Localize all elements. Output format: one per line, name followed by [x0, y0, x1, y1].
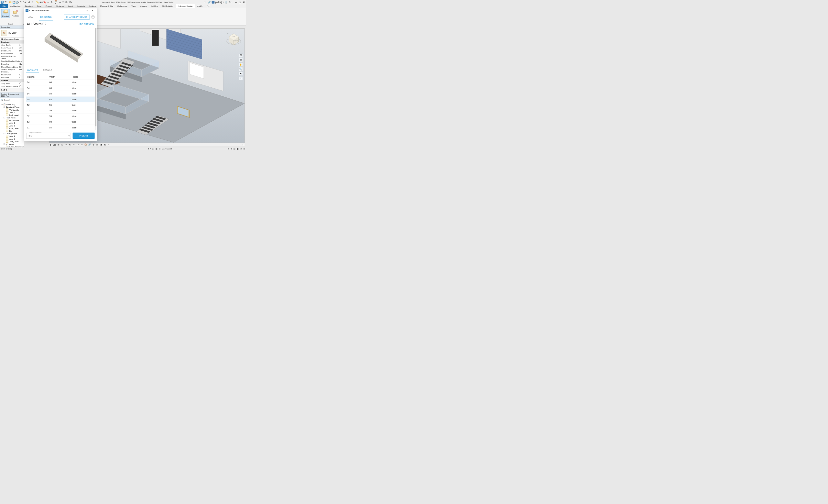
variant-row[interactable]: 9460false — [26, 85, 94, 91]
tree-ceiling-plans[interactable]: ⊟Ceiling Plans — [0, 132, 24, 135]
prop-hidden[interactable]: Show Hidden LinesBy — [0, 65, 24, 68]
browser-search[interactable]: 🔍 — [0, 98, 24, 102]
tree-item[interactable]: Level 2 — [0, 124, 24, 127]
prop-view-scale[interactable]: View Scale1 — [0, 44, 24, 47]
tree-item[interactable]: Roof_Level — [0, 140, 24, 143]
status-select-icon[interactable]: 🖱 ▾ — [148, 148, 151, 150]
sub-tab-details[interactable]: DETAILS — [42, 67, 53, 73]
variant-row[interactable]: 5255false — [26, 108, 94, 114]
prop-crop-view[interactable]: Crop View☐ — [0, 82, 24, 85]
dialog-scrollbar[interactable] — [95, 28, 96, 130]
text-icon[interactable]: A — [50, 0, 53, 4]
user-menu[interactable]: partonj ▾ — [212, 1, 223, 4]
tree-item[interactable]: Level 1 — [0, 122, 24, 124]
measure-icon[interactable]: 📏 — [36, 0, 39, 4]
sort-icon[interactable]: ⇅ — [1, 89, 2, 91]
prop-parts[interactable]: Parts VisibilitySh — [0, 52, 24, 55]
status-model-label[interactable]: Main Model — [162, 148, 172, 150]
status-filter-icon[interactable]: ▿0 — [243, 148, 245, 150]
representations-select[interactable]: BIM — [26, 133, 71, 139]
scale-label[interactable]: 1 : 100 — [50, 143, 56, 146]
sub-tab-variants[interactable]: VARIANTS — [26, 67, 39, 73]
sort2-icon[interactable]: ⇅ — [5, 89, 7, 91]
variant-row[interactable]: 5255true — [26, 102, 94, 108]
variant-row[interactable]: 5260false — [26, 119, 94, 125]
variant-row[interactable]: 5154false — [26, 125, 94, 130]
prop-vg[interactable]: Visibility/Graphics Overr... — [0, 55, 24, 59]
variant-row[interactable]: 6048false — [26, 97, 94, 102]
browser-search-input[interactable] — [3, 99, 24, 101]
prop-gdo[interactable]: Graphic Display Options — [0, 60, 24, 63]
property-type-selector[interactable]: 🏠 3D View — [0, 29, 24, 37]
tree-floor-plans[interactable]: ⊟Floor Plans — [0, 117, 24, 119]
tab-structure[interactable]: Structure — [23, 4, 35, 8]
tab-massing[interactable]: Massing & Site — [98, 4, 115, 8]
tree-item[interactable]: FFL Module — [0, 109, 24, 111]
tree-item[interactable]: Level 2 — [0, 137, 24, 140]
status-icon-b[interactable]: ⟲ — [231, 148, 232, 150]
vb-style-icon[interactable]: ◧ — [61, 143, 64, 146]
nav-more-icon[interactable]: ▾ — [239, 76, 243, 80]
insert-button[interactable]: INSERT — [73, 133, 94, 139]
vb-disp-icon[interactable]: ◩ — [104, 143, 107, 146]
menu-icon[interactable]: ☰ — [4, 0, 7, 4]
section-icon[interactable]: ◈ — [58, 0, 62, 4]
col-risers[interactable]: Risers — [72, 75, 94, 78]
print-icon[interactable]: 🖨 — [28, 0, 31, 4]
prop-sunpath[interactable]: Sun Path☐ — [0, 76, 24, 79]
status-icon-c[interactable]: ◫ — [234, 148, 235, 150]
variant-row[interactable]: 9455false — [26, 91, 94, 96]
home-icon[interactable]: 🏠▾ — [55, 0, 58, 4]
close-hidden-icon[interactable]: ▤▾ — [65, 0, 69, 4]
undo-icon[interactable]: ↶▾ — [19, 0, 23, 4]
vb-scroll-left-icon[interactable]: ◄ — [241, 143, 244, 146]
prop-crop-region[interactable]: Crop Region Visible☐ — [0, 85, 24, 88]
vb-grid-icon[interactable]: ♯ — [108, 143, 110, 146]
prop-grids[interactable]: Show Grids☐ — [0, 73, 24, 76]
minimize-icon[interactable]: — — [235, 0, 238, 4]
nav-orbit-icon[interactable]: ⟲ — [239, 72, 243, 76]
tab-new[interactable]: NEW — [26, 14, 35, 20]
tab-systems[interactable]: Systems — [54, 4, 66, 8]
tab-addins[interactable]: Add-Ins — [149, 4, 160, 8]
hide-preview-link[interactable]: HIDE PREVIEW — [78, 23, 94, 26]
tree-item[interactable]: FFL Module — [0, 119, 24, 122]
redo-icon[interactable]: ↷▾ — [23, 0, 26, 4]
sync-icon[interactable]: 🔄▾ — [16, 0, 19, 4]
product-button[interactable]: Product — [1, 9, 10, 18]
tree-item[interactable]: Roof_Level — [0, 114, 24, 117]
tab-extra-icon[interactable]: ▢▾ — [205, 4, 212, 8]
change-product-button[interactable]: CHANGE PRODUCT — [64, 14, 90, 19]
dim-icon[interactable]: ↔ — [46, 0, 50, 4]
tree-item[interactable]: Level 2 — [0, 111, 24, 114]
prop-analysis[interactable]: Default Analysis Display...No — [0, 68, 24, 73]
align-icon[interactable]: ≔▾ — [39, 0, 43, 4]
tree-item[interactable]: Level 1 — [0, 135, 24, 137]
col-height[interactable]: Height ↓ — [27, 75, 49, 78]
nav-zoom-icon[interactable]: 🔍 — [239, 67, 243, 71]
tab-analyze[interactable]: Analyze — [87, 4, 98, 8]
vb-temp-icon[interactable]: 👁 — [92, 143, 95, 146]
thin-icon[interactable]: ☷ — [62, 0, 65, 4]
tab-insert[interactable]: Insert — [66, 4, 75, 8]
nav-pan-icon[interactable]: ✋ — [239, 62, 243, 66]
vb-home-icon[interactable]: 🏠 — [84, 143, 87, 146]
control-icon[interactable]: ⎘ — [31, 0, 35, 4]
help-icon[interactable]: ?▾ — [229, 0, 232, 4]
prop-detail-level[interactable]: Detail LevelMe — [0, 49, 24, 52]
vb-const-icon[interactable]: ◨ — [99, 143, 102, 146]
tab-bimdef[interactable]: BIM Definition — [160, 4, 176, 8]
vb-shadow-icon[interactable]: ◐ — [69, 143, 72, 146]
status-icon-e[interactable]: ⊡ — [240, 148, 242, 150]
save-icon[interactable]: 💾 — [12, 0, 16, 4]
tab-precast[interactable]: Precast — [43, 4, 54, 8]
tab-annotate[interactable]: Annotate — [75, 4, 87, 8]
tree-structural-plans[interactable]: ⊟Structural Plans — [0, 106, 24, 109]
tab-informed-design[interactable]: Informed Design — [176, 4, 195, 8]
filter-icon[interactable]: ⇵ — [3, 89, 5, 91]
tab-steel[interactable]: Steel — [35, 4, 43, 8]
nav-full-icon[interactable]: ⊡ — [239, 53, 243, 57]
replace-button[interactable]: Replace — [11, 9, 20, 18]
switch-icon[interactable]: ⊞▾ — [69, 0, 73, 4]
tab-file[interactable]: File — [0, 4, 8, 8]
